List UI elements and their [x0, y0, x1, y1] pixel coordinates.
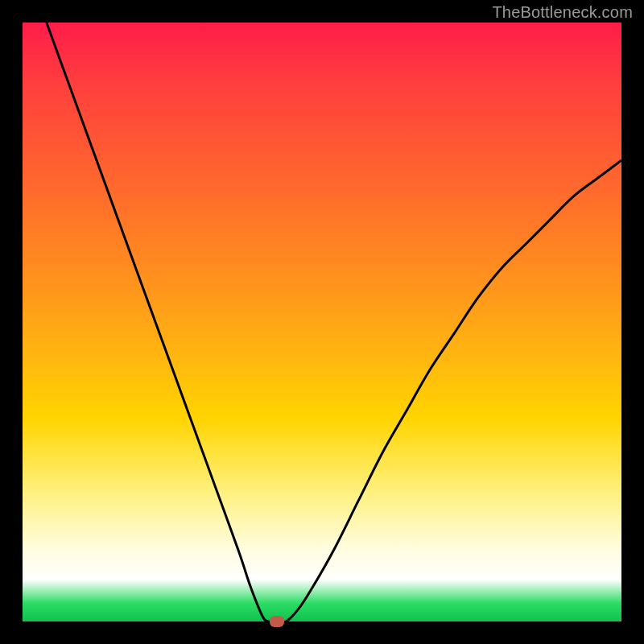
chart-frame: TheBottleneck.com — [0, 0, 644, 644]
bottleneck-curve — [23, 23, 621, 621]
curve-path — [47, 23, 621, 622]
optimal-point-marker — [270, 616, 284, 627]
plot-area — [23, 23, 621, 621]
watermark-text: TheBottleneck.com — [492, 3, 633, 22]
